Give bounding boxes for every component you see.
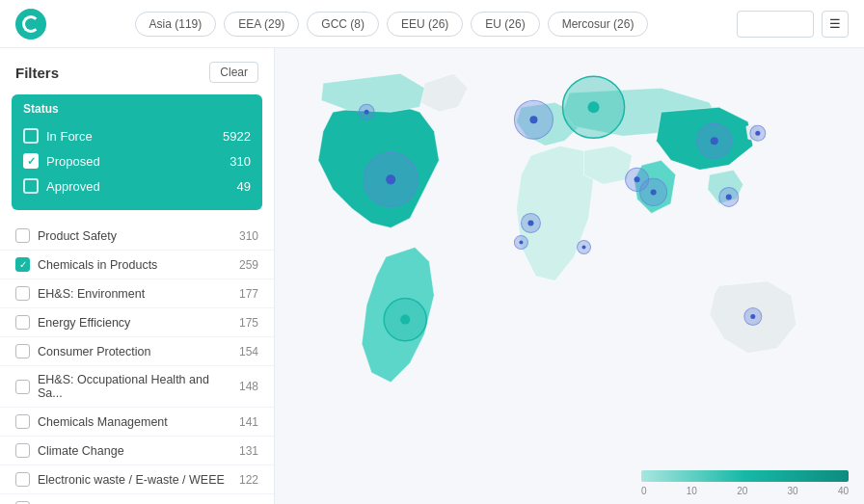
tab-asia[interactable]: Asia (119) xyxy=(135,12,217,37)
status-checkbox-inforce[interactable] xyxy=(23,128,39,144)
filter-label-chemicals: Chemicals in Products xyxy=(38,258,231,272)
logo xyxy=(15,9,46,40)
header-right: ☰ xyxy=(737,11,849,38)
filter-item-ehs-occ[interactable]: EH&S: Occupational Health and Sa... 148 xyxy=(0,366,274,408)
tab-gcc[interactable]: GCC (8) xyxy=(307,12,379,37)
filter-count-climate: 131 xyxy=(239,444,258,458)
map-legend: 0 10 20 30 40 xyxy=(641,470,849,496)
filter-count-productsafety: 310 xyxy=(239,229,258,243)
legend-label-0: 0 xyxy=(641,486,647,496)
svg-point-19 xyxy=(651,189,657,195)
svg-point-17 xyxy=(755,131,760,136)
svg-point-9 xyxy=(588,101,600,113)
filter-item-ewaste[interactable]: Electronic waste / E-waste / WEEE 122 xyxy=(0,465,274,494)
filter-count-consumer: 154 xyxy=(239,345,258,358)
filter-checkbox-ehs-env[interactable] xyxy=(15,286,30,301)
svg-point-13 xyxy=(711,137,718,145)
svg-point-25 xyxy=(519,240,523,244)
filter-checkbox-chemicals[interactable] xyxy=(15,257,30,272)
svg-point-1 xyxy=(386,174,395,184)
legend-label-30: 30 xyxy=(788,486,798,496)
main-layout: Filters Clear Status In Force 5922 Propo… xyxy=(0,48,864,504)
status-label-inforce: In Force xyxy=(46,129,215,144)
status-checkbox-approved[interactable] xyxy=(23,178,39,194)
svg-point-5 xyxy=(529,116,537,123)
filter-item-wireless[interactable]: Wireless 121 xyxy=(0,494,274,504)
status-item-proposed[interactable]: Proposed 310 xyxy=(23,148,251,173)
filter-item-chemman[interactable]: Chemicals Management 141 xyxy=(0,408,274,437)
filter-item-productsafety[interactable]: Product Safety 310 xyxy=(0,222,274,251)
legend-label-20: 20 xyxy=(737,486,747,496)
filter-checkbox-energy[interactable] xyxy=(15,315,30,330)
nav-tabs: Asia (119) EEA (29) GCC (8) EEU (26) EU … xyxy=(58,12,725,37)
status-count-inforce: 5922 xyxy=(223,129,251,144)
svg-point-3 xyxy=(400,315,410,325)
filter-checkbox-ewaste[interactable] xyxy=(15,472,30,487)
clear-button[interactable]: Clear xyxy=(209,62,258,83)
hamburger-icon: ☰ xyxy=(829,16,841,31)
legend-label-40: 40 xyxy=(838,486,849,496)
svg-point-23 xyxy=(750,314,755,319)
svg-point-21 xyxy=(364,110,369,115)
header: Asia (119) EEA (29) GCC (8) EEU (26) EU … xyxy=(0,0,864,48)
tab-mercosur[interactable]: Mercosur (26) xyxy=(548,12,649,37)
filter-count-chemman: 141 xyxy=(239,415,258,429)
filter-count-ehs-env: 177 xyxy=(239,287,258,301)
status-title: Status xyxy=(23,102,251,116)
filter-item-ehs-env[interactable]: EH&S: Environment 177 xyxy=(0,279,274,308)
logo-icon xyxy=(22,15,40,33)
filter-item-climate[interactable]: Climate Change 131 xyxy=(0,437,274,465)
filter-label-energy: Energy Efficiency xyxy=(38,316,231,330)
world-map: .land { stroke: #fff; stroke-width: 0.5;… xyxy=(275,48,864,465)
filters-title: Filters xyxy=(15,65,59,81)
filter-count-ehs-occ: 148 xyxy=(239,380,258,393)
filter-list: Product Safety 310 Chemicals in Products… xyxy=(0,214,274,504)
status-section: Status In Force 5922 Proposed 310 Approv… xyxy=(12,94,262,210)
filter-item-energy[interactable]: Energy Efficiency 175 xyxy=(0,308,274,337)
filter-item-consumer[interactable]: Consumer Protection 154 xyxy=(0,337,274,366)
legend-color-bar xyxy=(641,470,849,482)
filter-label-ehs-occ: EH&S: Occupational Health and Sa... xyxy=(38,373,231,400)
menu-button[interactable]: ☰ xyxy=(822,11,849,38)
sidebar: Filters Clear Status In Force 5922 Propo… xyxy=(0,48,275,504)
filter-checkbox-ehs-occ[interactable] xyxy=(15,380,30,394)
filter-count-energy: 175 xyxy=(239,316,258,330)
status-item-approved[interactable]: Approved 49 xyxy=(23,173,251,199)
filter-count-ewaste: 122 xyxy=(239,473,258,487)
status-count-approved: 49 xyxy=(237,179,251,194)
filter-checkbox-consumer[interactable] xyxy=(15,344,30,358)
filter-checkbox-chemman[interactable] xyxy=(15,414,30,429)
legend-labels: 0 10 20 30 40 xyxy=(641,486,849,496)
map-area: .land { stroke: #fff; stroke-width: 0.5;… xyxy=(275,48,864,504)
status-label-approved: Approved xyxy=(46,179,230,194)
filter-label-chemman: Chemicals Management xyxy=(38,415,231,429)
svg-point-11 xyxy=(634,176,640,182)
filter-label-climate: Climate Change xyxy=(38,444,231,458)
svg-point-7 xyxy=(527,220,533,225)
svg-point-27 xyxy=(582,245,586,249)
filter-checkbox-climate[interactable] xyxy=(15,443,30,458)
status-checkbox-proposed[interactable] xyxy=(23,153,39,169)
filter-label-consumer: Consumer Protection xyxy=(38,345,231,358)
filter-checkbox-productsafety[interactable] xyxy=(15,228,30,243)
filter-label-ehs-env: EH&S: Environment xyxy=(38,287,231,301)
filter-item-chemicals[interactable]: Chemicals in Products 259 xyxy=(0,251,274,279)
tab-eea[interactable]: EEA (29) xyxy=(224,12,299,37)
filter-label-ewaste: Electronic waste / E-waste / WEEE xyxy=(38,473,231,487)
status-count-proposed: 310 xyxy=(230,154,251,169)
svg-point-15 xyxy=(726,194,732,199)
filter-count-chemicals: 259 xyxy=(239,258,258,272)
filters-header: Filters Clear xyxy=(0,48,274,91)
legend-label-10: 10 xyxy=(687,486,697,496)
filter-label-productsafety: Product Safety xyxy=(38,229,231,243)
status-item-inforce[interactable]: In Force 5922 xyxy=(23,123,251,148)
tab-eeu[interactable]: EEU (26) xyxy=(387,12,463,37)
search-input[interactable] xyxy=(737,11,814,38)
status-label-proposed: Proposed xyxy=(46,154,222,169)
tab-eu[interactable]: EU (26) xyxy=(471,12,539,37)
